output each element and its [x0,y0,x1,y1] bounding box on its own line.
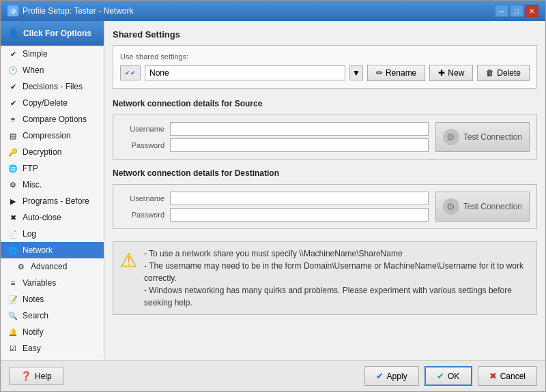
sidebar-label-notify: Notify [23,327,44,337]
source-test-connection-button[interactable]: ⚙ Test Connection [435,122,530,152]
copy-delete-icon: ✔ [8,97,18,108]
sidebar-item-ftp[interactable]: 🌐 FTP [1,160,104,177]
close-button[interactable]: ✕ [525,5,538,17]
sidebar-item-notify[interactable]: 🔔 Notify [1,324,104,340]
sidebar-label-easy: Easy [23,344,41,353]
footer-right: ✔ Apply ✔ OK ✖ Cancel [364,366,537,386]
destination-password-row: Password [120,208,429,222]
footer-left: ❓ Help [9,367,63,385]
sidebar-item-decisions[interactable]: ✔ Decisions - Files [1,78,104,95]
sidebar-item-compression[interactable]: ▤ Compression [1,127,104,144]
shared-checkbox-icon[interactable]: ✔✔ [120,65,141,80]
sidebar-label-compare: Compare Options [23,115,87,124]
footer: ❓ Help ✔ Apply ✔ OK ✖ Cancel [1,360,545,391]
advanced-icon: ⚙ [16,261,27,272]
source-password-input[interactable] [170,138,429,152]
apply-icon: ✔ [376,371,384,381]
sidebar-item-easy[interactable]: ☑ Easy [1,340,104,357]
destination-test-connection-button[interactable]: ⚙ Test Connection [435,192,530,222]
delete-icon: 🗑 [486,68,494,78]
sidebar-item-decryption[interactable]: 🔑 Decryption [1,144,104,160]
sidebar-label-simple: Simple [23,49,48,59]
destination-username-input[interactable] [170,192,429,205]
destination-username-label: Username [120,194,164,202]
sidebar-label-log: Log [23,229,36,239]
sidebar-item-variables[interactable]: ≡ Variables [1,275,104,291]
destination-connection-box: Username Password ⚙ Test Connection [113,184,537,229]
sidebar-label-when: When [23,65,44,75]
sidebar-item-auto-close[interactable]: ✖ Auto-close [1,209,104,226]
delete-button[interactable]: 🗑 Delete [477,65,530,81]
warning-icon: ⚠ [120,249,137,271]
sidebar-label-ftp: FTP [23,164,38,173]
misc-icon: ⚙ [8,179,18,190]
minimize-button[interactable]: ─ [495,5,508,17]
sidebar-label-advanced: Advanced [31,262,67,271]
destination-connection-section: Network connection details for Destinati… [113,166,537,229]
sidebar-item-misc[interactable]: ⚙ Misc. [1,177,104,193]
rename-button[interactable]: ✏ Rename [367,65,425,81]
when-icon: 🕐 [8,65,18,76]
source-username-input[interactable] [170,122,429,136]
sidebar-label-variables: Variables [23,278,56,288]
destination-username-row: Username [120,192,429,205]
title-bar-left: ⚙ Profile Setup: Tester - Network [8,5,134,16]
sidebar-item-when[interactable]: 🕐 When [1,62,104,78]
main-window: ⚙ Profile Setup: Tester - Network ─ □ ✕ … [0,0,546,392]
sidebar-item-simple[interactable]: ✔ Simple [1,46,104,62]
destination-password-input[interactable] [170,208,429,222]
notes-icon: 📝 [8,294,18,305]
destination-connection-title: Network connection details for Destinati… [113,166,537,180]
auto-close-icon: ✖ [8,212,18,223]
apply-button[interactable]: ✔ Apply [364,366,419,386]
sidebar-item-notes[interactable]: 📝 Notes [1,291,104,307]
sidebar-label-network: Network [23,245,53,255]
sidebar: 👤 Click For Options ✔ Simple 🕐 When ✔ De… [1,21,104,360]
window-title: Profile Setup: Tester - Network [23,6,134,16]
compare-icon: ≡ [8,114,18,125]
profile-icon: 👤 [8,28,19,39]
sidebar-label-copy-delete: Copy/Delete [23,98,68,108]
sidebar-item-copy-delete[interactable]: ✔ Copy/Delete [1,95,104,111]
sidebar-item-programs[interactable]: ▶ Programs - Before [1,193,104,209]
sidebar-header-label: Click For Options [23,29,91,38]
new-button[interactable]: ✚ New [429,65,473,81]
warning-box: ⚠ - To use a network share you must spec… [113,241,537,315]
maximize-button[interactable]: □ [510,5,523,17]
sidebar-item-search[interactable]: 🔍 Search [1,307,104,324]
sidebar-item-compare[interactable]: ≡ Compare Options [1,111,104,127]
programs-icon: ▶ [8,196,18,207]
destination-fields: Username Password [120,192,429,222]
network-icon: 🌐 [8,245,18,256]
title-bar: ⚙ Profile Setup: Tester - Network ─ □ ✕ [1,1,545,21]
sidebar-item-advanced[interactable]: ⚙ Advanced [1,258,104,275]
sidebar-label-programs: Programs - Before [23,196,89,206]
help-icon: ❓ [20,371,31,381]
sidebar-label-decryption: Decryption [23,147,61,157]
cancel-button[interactable]: ✖ Cancel [478,366,537,386]
destination-password-label: Password [120,211,164,219]
warning-line2: - The username may need to be in the for… [144,260,530,284]
help-button[interactable]: ❓ Help [9,367,63,385]
compression-icon: ▤ [8,130,18,141]
new-icon: ✚ [438,68,445,78]
ok-button[interactable]: ✔ OK [425,366,472,386]
ftp-icon: 🌐 [8,163,18,174]
sidebar-label-search: Search [23,311,48,320]
shared-settings-dropdown[interactable]: None [145,65,345,80]
destination-test-icon: ⚙ [443,198,459,215]
ok-icon: ✔ [437,371,444,381]
dropdown-arrow-icon[interactable]: ▼ [349,65,363,80]
window-icon: ⚙ [8,5,18,16]
shared-settings-box: Use shared settings: ✔✔ None ▼ ✏ Rename … [113,45,537,89]
sidebar-label-notes: Notes [23,295,44,304]
notify-icon: 🔔 [8,327,18,337]
cancel-icon: ✖ [489,371,497,381]
sidebar-header[interactable]: 👤 Click For Options [1,21,104,46]
main-panel: Shared Settings Use shared settings: ✔✔ … [104,21,545,360]
warning-line1: - To use a network share you must specif… [144,247,530,260]
sidebar-item-network[interactable]: 🌐 Network [1,242,104,258]
rename-icon: ✏ [376,68,383,78]
source-username-label: Username [120,125,164,133]
sidebar-item-log[interactable]: 📄 Log [1,226,104,242]
